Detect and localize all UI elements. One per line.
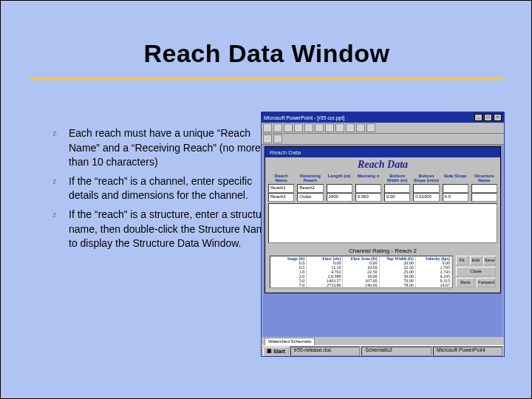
close-icon[interactable]: × [494, 114, 502, 121]
tool-icon[interactable] [325, 123, 334, 132]
tool-icon[interactable] [284, 123, 293, 132]
data-row: Reach2 Outlet 2400 0.050 6.00 0.01000 4.… [265, 193, 500, 202]
tool-icon[interactable] [346, 123, 355, 132]
tool-icon[interactable] [366, 123, 375, 132]
bottom-width-input[interactable]: 6.00 [384, 193, 410, 202]
col-head: Structure Name [471, 174, 497, 183]
col-head: Bottom Slope (m/m) [413, 174, 439, 183]
bullet-item: If the “reach” is a structure, enter a s… [52, 208, 274, 251]
col-head: Manning n [355, 174, 381, 183]
start-button[interactable]: ▣ Start [263, 347, 289, 356]
length-input[interactable]: 2400 [327, 193, 352, 202]
empty-grid-area[interactable] [268, 203, 497, 243]
manning-input[interactable] [355, 184, 381, 193]
close-button[interactable]: Close [456, 267, 496, 276]
tool-icon[interactable] [294, 123, 303, 132]
forward-button[interactable]: Forward [477, 278, 496, 287]
manning-input[interactable]: 0.050 [355, 193, 381, 202]
taskbar-item[interactable]: tr55-release.doc [290, 347, 360, 356]
taskbar: ▣ Start tr55-release.doc Schematic2 Micr… [262, 345, 504, 356]
tool-icon[interactable] [273, 123, 282, 132]
col-head: Length (m) [327, 174, 352, 183]
channel-rating-panel: Channel Rating - Reach 2 Stage (ft) Flow… [268, 246, 497, 290]
window-titlebar: Microsoft PowerPoint - [r55 cor.ppt] _ □… [262, 112, 504, 123]
reach-name-input[interactable]: Reach2 [268, 193, 294, 202]
windows-icon: ▣ [267, 348, 272, 354]
outer-toolbar-2 [262, 134, 504, 145]
reach-name-input[interactable]: Reach1 [268, 184, 294, 193]
maximize-icon[interactable]: □ [484, 114, 492, 121]
minimize-icon[interactable]: _ [474, 114, 482, 121]
rating-button-column: Fit Edit Save Close Back Forward [456, 256, 496, 288]
col-head: Reach Name [268, 174, 294, 183]
structure-name-input[interactable] [471, 184, 497, 193]
taskbar-item[interactable]: Schematic2 [361, 347, 431, 356]
rating-title: Channel Rating - Reach 2 [270, 248, 496, 254]
reach-data-window: Reach Data Reach Data Reach Name Receivi… [265, 146, 501, 293]
inner-titlebar: Reach Data [265, 147, 500, 157]
col-head: Bottom Width (m) [384, 174, 410, 183]
bottom-slope-input[interactable] [413, 184, 439, 193]
start-label: Start [273, 349, 285, 354]
col-head: Receiving Reach [297, 174, 323, 183]
app-screenshot: Microsoft PowerPoint - [r55 cor.ppt] _ □… [261, 112, 505, 357]
edit-button[interactable]: Edit [470, 256, 482, 265]
bottom-width-input[interactable] [384, 184, 410, 193]
column-header-row: Reach Name Receiving Reach Length (m) Ma… [265, 172, 500, 184]
outer-toolbar [262, 123, 504, 134]
slide: Reach Data Window Each reach must have a… [0, 0, 532, 399]
bottom-slope-input[interactable]: 0.01000 [413, 193, 439, 202]
back-button[interactable]: Back [456, 278, 475, 287]
col-head: Side Slope [443, 174, 468, 183]
save-button[interactable]: Save [483, 256, 496, 265]
tool-icon[interactable] [335, 123, 344, 132]
tool-icon[interactable] [356, 123, 365, 132]
tool-icon[interactable] [315, 123, 324, 132]
sheet-tab[interactable]: Watershed Schematic [265, 338, 315, 346]
title-block: Reach Data Window [1, 39, 532, 68]
receiving-reach-input[interactable]: Outlet [297, 193, 323, 202]
bullet-item: If the “reach” is a channel, enter speci… [52, 174, 274, 203]
rating-table: Stage (ft) Flow (cfs) Flow Area (ft) Top… [270, 256, 453, 288]
form-heading: Reach Data [265, 157, 500, 172]
tool-icon[interactable] [273, 134, 282, 143]
taskbar-item[interactable]: Microsoft PowerPoint [433, 347, 502, 356]
rating-row: 7.02733.86140.0078.0014.67 [270, 283, 452, 287]
tool-icon[interactable] [304, 123, 313, 132]
tool-icon[interactable] [263, 123, 272, 132]
structure-name-input[interactable] [471, 193, 497, 202]
title-underline [30, 78, 503, 82]
bullet-list: Each reach must have a unique “Reach Nam… [23, 126, 274, 256]
length-input[interactable] [327, 184, 352, 193]
window-title: Microsoft PowerPoint - [r55 cor.ppt] [264, 115, 344, 120]
receiving-reach-input[interactable]: Reach2 [297, 184, 323, 193]
bullet-item: Each reach must have a unique “Reach Nam… [52, 126, 274, 170]
side-slope-input[interactable] [443, 184, 468, 193]
data-row: Reach1 Reach2 [265, 184, 500, 193]
tool-icon[interactable] [263, 134, 272, 143]
slide-title: Reach Data Window [1, 39, 532, 68]
fit-button[interactable]: Fit [456, 256, 468, 265]
inner-title: Reach Data [270, 149, 301, 156]
side-slope-input[interactable]: 4.0 [443, 193, 468, 202]
